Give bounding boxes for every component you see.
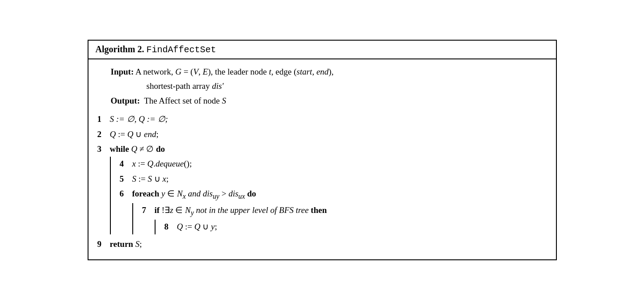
algorithm-number: Algorithm 2.	[96, 44, 144, 54]
while-body: 4 x := Q.dequeue(); 5 S := S ∪ x; 6	[97, 157, 547, 234]
line-number-3: 3	[97, 142, 110, 156]
line-1: 1 S := ∅, Q := ∅;	[97, 112, 547, 126]
line-8: 8 Q := Q ∪ y;	[156, 220, 547, 233]
line-number-7: 7	[142, 203, 155, 217]
while-inner: 4 x := Q.dequeue(); 5 S := S ∪ x; 6	[111, 157, 547, 234]
input-text1: A network, G = (V, E), the leader node t…	[134, 65, 333, 79]
input-line1: Input: A network, G = (V, E), the leader…	[111, 65, 547, 79]
foreach-body: 7 if !∃z ∈ Ny not in the upper level of …	[111, 203, 547, 234]
if-inner: 8 Q := Q ∪ y;	[156, 220, 547, 234]
line-number-5: 5	[120, 172, 132, 186]
line-4: 4 x := Q.dequeue();	[111, 157, 547, 171]
line-content-4: x := Q.dequeue();	[132, 157, 547, 171]
output-label: Output:	[111, 96, 140, 105]
output-block: Output: The Affect set of node S	[97, 94, 547, 108]
output-text: The Affect set of node S	[142, 96, 226, 105]
input-label: Input:	[111, 65, 134, 79]
line-7: 7 if !∃z ∈ Ny not in the upper level of …	[133, 203, 547, 219]
line-content-8: Q := Q ∪ y;	[177, 220, 547, 233]
input-block: Input: A network, G = (V, E), the leader…	[97, 65, 547, 93]
algorithm-box: Algorithm 2. FindAffectSet Input: A netw…	[88, 40, 557, 260]
line-9: 9 return S;	[97, 237, 547, 251]
line-number-4: 4	[120, 157, 132, 171]
line-content-5: S := S ∪ x;	[132, 172, 547, 186]
line-content-1: S := ∅, Q := ∅;	[110, 112, 547, 126]
line-content-2: Q := Q ∪ end;	[110, 127, 547, 141]
algorithm-body: Input: A network, G = (V, E), the leader…	[88, 59, 556, 259]
line-6: 6 foreach y ∈ Nx and disuy > disux do	[111, 187, 547, 202]
line-number-9: 9	[97, 237, 110, 251]
foreach-inner: 7 if !∃z ∈ Ny not in the upper level of …	[133, 203, 547, 234]
if-body: 8 Q := Q ∪ y;	[133, 220, 547, 234]
line-content-6: foreach y ∈ Nx and disuy > disux do	[132, 187, 547, 202]
line-number-2: 2	[97, 127, 110, 141]
line-content-9: return S;	[110, 237, 547, 251]
line-5: 5 S := S ∪ x;	[111, 172, 547, 186]
algorithm-name: FindAffectSet	[146, 45, 216, 55]
line-2: 2 Q := Q ∪ end;	[97, 127, 547, 141]
line-number-6: 6	[120, 187, 132, 200]
line-3: 3 while Q ≠ ∅ do	[97, 142, 547, 156]
line-content-3: while Q ≠ ∅ do	[110, 142, 547, 156]
line-number-8: 8	[164, 220, 177, 233]
input-line2: shortest-path array dis'	[111, 79, 547, 93]
line-number-1: 1	[97, 112, 110, 126]
line-content-7: if !∃z ∈ Ny not in the upper level of BF…	[155, 203, 547, 219]
algorithm-header: Algorithm 2. FindAffectSet	[88, 41, 556, 59]
